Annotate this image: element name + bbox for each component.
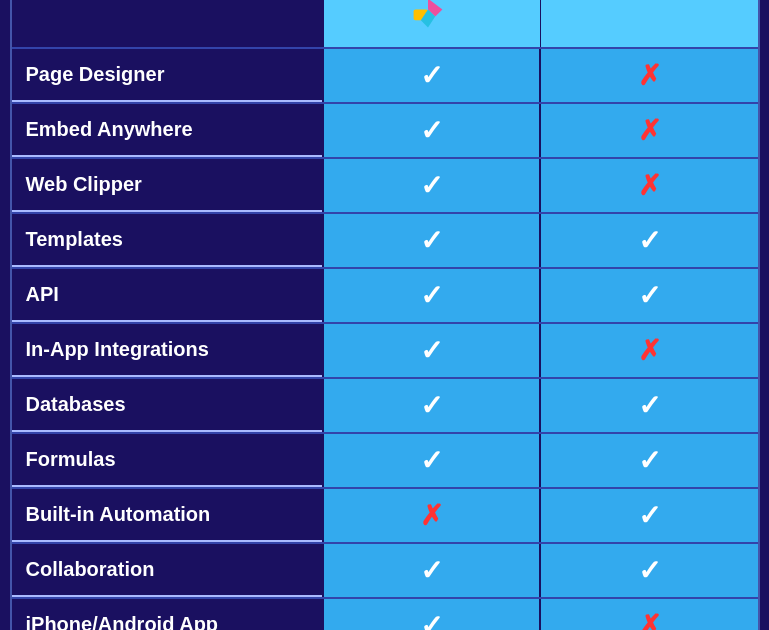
check-mark: ✓ bbox=[420, 169, 443, 202]
knack-cell: ✓ bbox=[540, 489, 758, 542]
knack-cell: ✓ bbox=[540, 379, 758, 432]
header-row bbox=[12, 0, 758, 47]
header-feature-col bbox=[12, 0, 322, 47]
table-row: Databases✓✓ bbox=[12, 377, 758, 432]
check-mark: ✓ bbox=[420, 224, 443, 257]
table-row: API✓✓ bbox=[12, 267, 758, 322]
table-row: Collaboration✓✓ bbox=[12, 542, 758, 597]
feature-name: Built-in Automation bbox=[12, 489, 322, 542]
airtable-cell: ✓ bbox=[322, 324, 540, 377]
airtable-header bbox=[322, 0, 540, 47]
table-row: Templates✓✓ bbox=[12, 212, 758, 267]
table-row: Built-in Automation✗✓ bbox=[12, 487, 758, 542]
table-row: Embed Anywhere✓✗ bbox=[12, 102, 758, 157]
feature-name: Page Designer bbox=[12, 49, 322, 102]
feature-name: API bbox=[12, 269, 322, 322]
airtable-cell: ✓ bbox=[322, 599, 540, 631]
table-row: Page Designer✓✗ bbox=[12, 47, 758, 102]
check-mark: ✓ bbox=[638, 279, 661, 312]
feature-name: Embed Anywhere bbox=[12, 104, 322, 157]
check-mark: ✓ bbox=[638, 224, 661, 257]
cross-mark: ✗ bbox=[638, 334, 661, 367]
feature-name: In-App Integrations bbox=[12, 324, 322, 377]
knack-cell: ✗ bbox=[540, 324, 758, 377]
knack-cell: ✗ bbox=[540, 104, 758, 157]
airtable-cell: ✗ bbox=[322, 489, 540, 542]
knack-cell: ✓ bbox=[540, 214, 758, 267]
check-mark: ✓ bbox=[420, 554, 443, 587]
knack-cell: ✗ bbox=[540, 159, 758, 212]
knack-cell: ✗ bbox=[540, 49, 758, 102]
knack-cell: ✓ bbox=[540, 434, 758, 487]
comparison-table: Page Designer✓✗Embed Anywhere✓✗Web Clipp… bbox=[10, 0, 760, 630]
airtable-cell: ✓ bbox=[322, 104, 540, 157]
table-row: In-App Integrations✓✗ bbox=[12, 322, 758, 377]
feature-rows: Page Designer✓✗Embed Anywhere✓✗Web Clipp… bbox=[12, 47, 758, 631]
check-mark: ✓ bbox=[420, 389, 443, 422]
check-mark: ✓ bbox=[638, 499, 661, 532]
check-mark: ✓ bbox=[638, 444, 661, 477]
knack-cell: ✓ bbox=[540, 269, 758, 322]
cross-mark: ✗ bbox=[638, 114, 661, 147]
table-row: Formulas✓✓ bbox=[12, 432, 758, 487]
check-mark: ✓ bbox=[420, 114, 443, 147]
check-mark: ✓ bbox=[420, 444, 443, 477]
feature-name: Web Clipper bbox=[12, 159, 322, 212]
airtable-icon bbox=[410, 0, 446, 31]
airtable-cell: ✓ bbox=[322, 379, 540, 432]
feature-name: Collaboration bbox=[12, 544, 322, 597]
knack-cell: ✓ bbox=[540, 544, 758, 597]
cross-mark: ✗ bbox=[420, 499, 443, 532]
feature-name: Formulas bbox=[12, 434, 322, 487]
airtable-cell: ✓ bbox=[322, 434, 540, 487]
airtable-logo bbox=[410, 0, 454, 31]
check-mark: ✓ bbox=[420, 334, 443, 367]
knack-cell: ✗ bbox=[540, 599, 758, 631]
cross-mark: ✗ bbox=[638, 59, 661, 92]
cross-mark: ✗ bbox=[638, 169, 661, 202]
check-mark: ✓ bbox=[420, 609, 443, 631]
airtable-cell: ✓ bbox=[322, 269, 540, 322]
table-row: Web Clipper✓✗ bbox=[12, 157, 758, 212]
check-mark: ✓ bbox=[638, 389, 661, 422]
check-mark: ✓ bbox=[420, 59, 443, 92]
feature-name: iPhone/Android App bbox=[12, 599, 322, 631]
check-mark: ✓ bbox=[420, 279, 443, 312]
airtable-cell: ✓ bbox=[322, 159, 540, 212]
feature-name: Databases bbox=[12, 379, 322, 432]
airtable-cell: ✓ bbox=[322, 214, 540, 267]
airtable-cell: ✓ bbox=[322, 49, 540, 102]
airtable-cell: ✓ bbox=[322, 544, 540, 597]
check-mark: ✓ bbox=[638, 554, 661, 587]
cross-mark: ✗ bbox=[638, 609, 661, 631]
table-row: iPhone/Android App✓✗ bbox=[12, 597, 758, 631]
feature-name: Templates bbox=[12, 214, 322, 267]
knack-header bbox=[540, 0, 758, 47]
